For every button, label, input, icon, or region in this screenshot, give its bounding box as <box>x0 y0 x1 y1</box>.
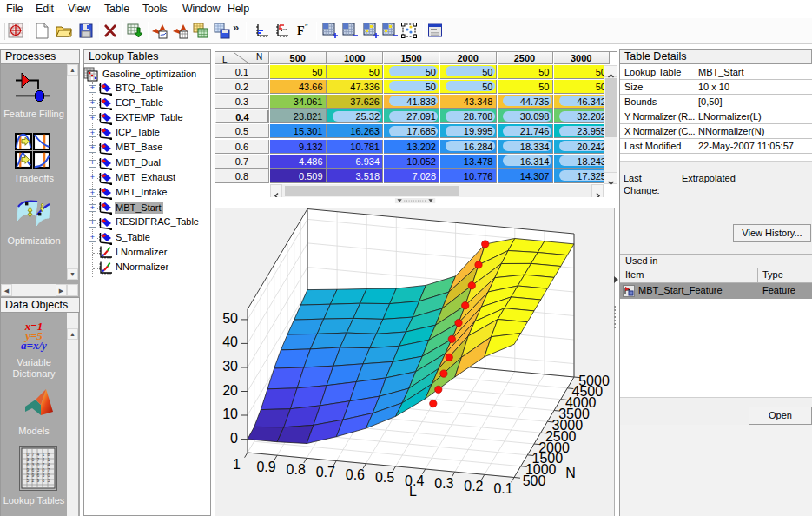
svg-text:0.2: 0.2 <box>464 479 483 493</box>
svg-text:50: 50 <box>222 311 238 326</box>
svg-text:10: 10 <box>222 407 238 421</box>
svg-text:0.3: 0.3 <box>434 476 453 491</box>
svg-text:0.8: 0.8 <box>287 462 306 477</box>
svg-text:0.7: 0.7 <box>316 465 335 480</box>
svg-text:0.6: 0.6 <box>346 467 365 482</box>
svg-text:0.9: 0.9 <box>256 460 275 474</box>
svg-text:5000: 5000 <box>578 374 610 388</box>
svg-text:F: F <box>297 24 305 37</box>
svg-text:30: 30 <box>222 359 238 374</box>
svg-text:0: 0 <box>230 431 238 446</box>
svg-text:″: ″ <box>305 23 308 31</box>
svg-text:1: 1 <box>233 457 241 472</box>
svg-text:L: L <box>409 484 417 499</box>
svg-text:40: 40 <box>222 334 238 349</box>
svg-text:20: 20 <box>222 383 238 398</box>
svg-text:0.5: 0.5 <box>375 470 394 485</box>
svg-text:L: L <box>222 55 228 64</box>
svg-text:0.1: 0.1 <box>493 481 512 496</box>
svg-text:N: N <box>256 52 262 62</box>
svg-text:N: N <box>565 466 576 480</box>
